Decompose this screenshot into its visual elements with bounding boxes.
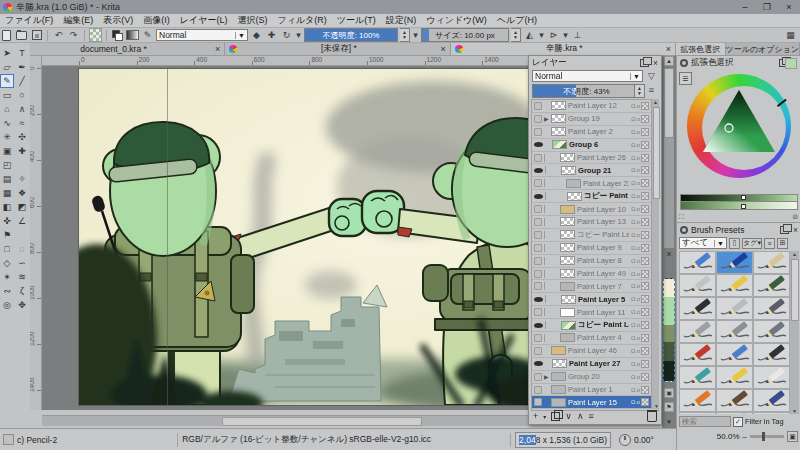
layer-alpha-icon[interactable]: α: [637, 322, 640, 328]
layer-alpha-icon[interactable]: α: [637, 103, 640, 109]
layer-row[interactable]: Paint Layer 27Ωα: [532, 358, 658, 371]
layer-opacity-spinner[interactable]: ▲▼: [635, 84, 645, 98]
dynamic-brush-tool[interactable]: ✳: [0, 130, 14, 144]
pattern-tool[interactable]: ▦: [0, 186, 14, 200]
layer-lock-icon[interactable]: Ω: [631, 232, 636, 238]
measure-tool[interactable]: ∠: [15, 214, 29, 228]
crop-tool[interactable]: ◰: [0, 158, 14, 172]
move-layer-down-button[interactable]: ∨: [565, 411, 572, 421]
selection-mode-toggle[interactable]: [3, 434, 14, 445]
pencil-blue-2[interactable]: [716, 343, 753, 366]
pattern-chooser-button[interactable]: [89, 29, 102, 41]
menu-item[interactable]: 画像(I): [138, 14, 175, 27]
layer-alpha-icon[interactable]: α: [637, 219, 640, 225]
minimize-button[interactable]: –: [734, 2, 756, 12]
edit-shapes-tool[interactable]: ▱: [0, 60, 14, 74]
layer-row[interactable]: Group 6Ωα: [532, 139, 658, 152]
redo-button[interactable]: ↷: [67, 29, 80, 41]
layer-visible-eye-icon[interactable]: [534, 295, 543, 304]
pen-black[interactable]: [753, 343, 790, 366]
similar-select-tool[interactable]: ✶: [0, 270, 14, 284]
layer-alpha-icon[interactable]: α: [637, 180, 640, 186]
layer-alpha-inherit-icon[interactable]: [641, 282, 649, 290]
layer-row[interactable]: Paint Layer 11Ωα: [532, 306, 658, 319]
search-input[interactable]: [679, 416, 731, 427]
layer-hidden-checkbox[interactable]: [534, 373, 542, 381]
fill-tool[interactable]: ◧: [0, 200, 14, 214]
save-button[interactable]: [30, 29, 43, 41]
layer-alpha-inherit-icon[interactable]: [641, 205, 649, 213]
opacity-spinner[interactable]: ▲▼: [400, 28, 410, 42]
pencil-blue[interactable]: [679, 251, 716, 274]
layer-row[interactable]: Paint Layer 10Ωα: [532, 203, 658, 216]
pan-tool[interactable]: ✥: [15, 298, 29, 312]
shade-handle[interactable]: [741, 204, 746, 209]
pencil-tan[interactable]: [753, 251, 790, 274]
layer-alpha-icon[interactable]: α: [637, 116, 640, 122]
layer-alpha-inherit-icon[interactable]: [641, 231, 649, 239]
vertical-scrollbar[interactable]: [664, 68, 674, 248]
transform-tool[interactable]: ▣: [0, 144, 14, 158]
filter-in-tag-checkbox[interactable]: ✓: [733, 417, 743, 427]
layer-alpha-icon[interactable]: α: [637, 193, 640, 199]
layer-lock-icon[interactable]: Ω: [631, 116, 636, 122]
mirror-horizontal-button[interactable]: ◭: [523, 29, 536, 41]
layer-hidden-checkbox[interactable]: [534, 270, 542, 278]
layer-properties-button[interactable]: ≡: [588, 411, 593, 421]
layer-row[interactable]: Paint Layer 22Ωα: [532, 177, 658, 190]
gradient-chooser-button[interactable]: [126, 29, 139, 41]
freehand-path-tool[interactable]: ≈: [15, 116, 29, 130]
grid-view-icon[interactable]: ⊞: [777, 238, 788, 249]
enclose-fill-tool[interactable]: ◩: [15, 200, 29, 214]
layer-options-icon[interactable]: ≡: [645, 84, 658, 96]
document-tab[interactable]: 辛勝.kra *×: [451, 43, 676, 55]
marker-white[interactable]: [753, 366, 790, 389]
sketch-grey-3[interactable]: [753, 320, 790, 343]
layer-lock-icon[interactable]: Ω: [631, 283, 636, 289]
chevron-down-icon[interactable]: ▾: [543, 413, 546, 420]
preset-view-button[interactable]: ▯: [729, 238, 740, 249]
vertical-scrollbar-thumb[interactable]: [664, 68, 674, 138]
layer-lock-icon[interactable]: Ω: [631, 335, 636, 341]
menu-item[interactable]: 設定(N): [381, 14, 422, 27]
layer-row[interactable]: コピー Paint Layer 9Ωα: [532, 229, 658, 242]
layer-alpha-icon[interactable]: α: [637, 387, 640, 393]
menu-item[interactable]: ツール(T): [332, 14, 381, 27]
freehand-select-tool[interactable]: ∽: [15, 256, 29, 270]
layer-alpha-inherit-icon[interactable]: [641, 360, 649, 368]
ellipse-tool[interactable]: ○: [15, 88, 29, 102]
layer-row[interactable]: Paint Layer 8Ωα: [532, 255, 658, 268]
layer-alpha-inherit-icon[interactable]: [641, 334, 649, 342]
pin-icon[interactable]: ⚑: [664, 402, 674, 412]
fg-bg-color-button[interactable]: [111, 29, 124, 41]
layer-lock-icon[interactable]: Ω: [631, 387, 636, 393]
layer-hidden-checkbox[interactable]: [534, 102, 542, 110]
layer-alpha-inherit-icon[interactable]: [641, 115, 649, 123]
pen-orange[interactable]: [679, 389, 716, 412]
add-layer-button[interactable]: +: [533, 411, 538, 421]
layer-alpha-icon[interactable]: α: [637, 309, 640, 315]
layer-visible-eye-icon[interactable]: [534, 140, 543, 149]
mirror-vertical-button[interactable]: ⊳: [547, 29, 560, 41]
line-tool[interactable]: ╱: [15, 74, 29, 88]
marker-cyan[interactable]: [753, 412, 790, 414]
edit-brush-settings-button[interactable]: ✎: [141, 29, 154, 41]
pen-darkgrey[interactable]: [753, 297, 790, 320]
layer-lock-icon[interactable]: Ω: [631, 219, 636, 225]
expand-icon[interactable]: ⛶: [679, 213, 684, 221]
close-button[interactable]: ×: [778, 2, 800, 12]
layer-lock-icon[interactable]: Ω: [631, 296, 636, 302]
layer-hidden-checkbox[interactable]: [534, 282, 542, 290]
layer-alpha-inherit-icon[interactable]: [641, 270, 649, 278]
layer-row[interactable]: Paint Layer 26Ωα: [532, 152, 658, 165]
layer-hidden-checkbox[interactable]: [534, 179, 542, 187]
close-icon[interactable]: ×: [664, 250, 674, 260]
layer-row[interactable]: Paint Layer 46Ωα: [532, 345, 658, 358]
layer-row[interactable]: Paint Layer 4Ωα: [532, 332, 658, 345]
layer-alpha-inherit-icon[interactable]: [641, 166, 649, 174]
layer-alpha-inherit-icon[interactable]: [641, 308, 649, 316]
wrap-around-button[interactable]: ⊥: [571, 29, 584, 41]
document-tab[interactable]: [未保存] *×: [225, 43, 450, 55]
menu-item[interactable]: 表示(V): [98, 14, 138, 27]
freehand-brush-tool[interactable]: ✎: [0, 74, 14, 88]
